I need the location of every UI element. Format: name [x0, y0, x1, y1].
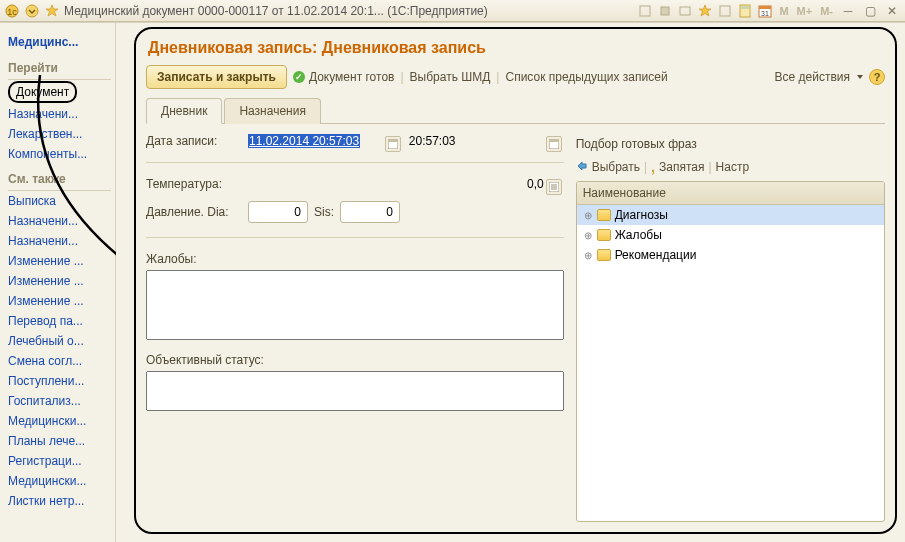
sidebar-section-goto: Перейти [8, 57, 111, 80]
sidebar-title: Медицинс... [8, 29, 111, 53]
phrases-toolbar: Выбрать | , Запятая | Настр [576, 157, 885, 181]
temp-label: Температура: [146, 177, 242, 191]
expand-icon[interactable]: ⊕ [583, 230, 593, 240]
date-label: Дата записи: [146, 134, 242, 148]
sidebar-item-drugs[interactable]: Лекарствен... [8, 124, 111, 144]
svg-rect-10 [759, 6, 771, 9]
phrases-comma-button[interactable]: , Запятая [651, 159, 704, 175]
svg-rect-13 [388, 139, 398, 142]
help-button[interactable]: ? [869, 69, 885, 85]
dia-input[interactable] [248, 201, 308, 223]
calc-icon[interactable] [546, 179, 562, 195]
sidebar-item[interactable]: Назначени... [8, 211, 111, 231]
tb-star2-icon[interactable] [697, 3, 713, 19]
sidebar-item[interactable]: Перевод па... [8, 311, 111, 331]
tree-label: Рекомендации [615, 248, 697, 262]
pressure-label: Давление. Dia: [146, 205, 242, 219]
phrases-settings-button[interactable]: Настр [716, 160, 750, 174]
sidebar-item[interactable]: Госпитализ... [8, 391, 111, 411]
folder-icon [597, 229, 611, 241]
page-title: Дневниковая запись: Дневниковая запись [146, 35, 885, 63]
folder-icon [597, 209, 611, 221]
tabs: Дневник Назначения [146, 97, 885, 124]
tab-prescriptions[interactable]: Назначения [224, 98, 321, 124]
sis-label: Sis: [314, 205, 334, 219]
tb-tool3-icon[interactable] [677, 3, 693, 19]
m-plus-label[interactable]: M+ [795, 5, 815, 17]
svg-text:31: 31 [762, 10, 770, 17]
tb-tool4-icon[interactable] [717, 3, 733, 19]
sidebar-item[interactable]: Поступлени... [8, 371, 111, 391]
svg-rect-5 [680, 7, 690, 15]
sidebar-item[interactable]: Изменение ... [8, 271, 111, 291]
tab-diary[interactable]: Дневник [146, 98, 222, 124]
sidebar-item[interactable]: Листки нетр... [8, 491, 111, 511]
svg-rect-8 [741, 6, 749, 9]
sidebar-item[interactable]: Изменение ... [8, 251, 111, 271]
temperature-input[interactable]: 0,0 [248, 177, 564, 191]
tree-item-recommendations[interactable]: ⊕ Рекомендации [577, 245, 884, 265]
expand-icon[interactable]: ⊕ [583, 210, 593, 220]
sidebar-item[interactable]: Медицински... [8, 411, 111, 431]
m-minus-label[interactable]: M- [818, 5, 835, 17]
caret-down-icon [857, 75, 863, 79]
choose-template-button[interactable]: Выбрать ШМД [410, 70, 491, 84]
sidebar-item[interactable]: Лечебный о... [8, 331, 111, 351]
phrases-select-button[interactable]: Выбрать [576, 160, 640, 175]
phrases-header: Подбор готовых фраз [576, 134, 885, 157]
maximize-button[interactable]: ▢ [861, 3, 879, 19]
select-icon [576, 160, 588, 175]
tb-tool2-icon[interactable] [657, 3, 673, 19]
sis-input[interactable] [340, 201, 400, 223]
time-picker-icon[interactable] [546, 136, 562, 152]
tree-label: Жалобы [615, 228, 662, 242]
phrases-panel-header: Наименование [577, 182, 884, 205]
tree-label: Диагнозы [615, 208, 668, 222]
history-button[interactable]: Список предыдущих записей [505, 70, 667, 84]
command-bar: Записать и закрыть ✓ Документ готов | Вы… [146, 63, 885, 95]
sidebar-item[interactable]: Медицински... [8, 471, 111, 491]
app-icon: 1c [4, 3, 20, 19]
svg-rect-4 [661, 7, 669, 15]
status-label: Объективный статус: [146, 353, 564, 367]
calendar-icon[interactable]: 31 [757, 3, 773, 19]
complaints-textarea[interactable] [146, 270, 564, 340]
tb-tool1-icon[interactable] [637, 3, 653, 19]
sidebar-item[interactable]: Регистраци... [8, 451, 111, 471]
svg-rect-3 [640, 6, 650, 16]
minimize-button[interactable]: ─ [839, 3, 857, 19]
m-label[interactable]: M [777, 5, 790, 17]
sidebar-item[interactable]: Изменение ... [8, 291, 111, 311]
svg-rect-6 [720, 6, 730, 16]
nav-down-icon[interactable] [24, 3, 40, 19]
main-area: Дневниковая запись: Дневниковая запись З… [116, 23, 905, 542]
sidebar-item[interactable]: Планы лече... [8, 431, 111, 451]
calendar-picker-icon[interactable] [385, 136, 401, 152]
status-textarea[interactable] [146, 371, 564, 411]
tree-item-complaints[interactable]: ⊕ Жалобы [577, 225, 884, 245]
window-title: Медицинский документ 0000-000117 от 11.0… [64, 4, 488, 18]
phrases-panel: Наименование ⊕ Диагнозы ⊕ Жалобы ⊕ [576, 181, 885, 522]
expand-icon[interactable]: ⊕ [583, 250, 593, 260]
sidebar-item[interactable]: Смена согл... [8, 351, 111, 371]
tree-item-diagnoses[interactable]: ⊕ Диагнозы [577, 205, 884, 225]
sidebar: Медицинс... Перейти Документ Назначени..… [0, 23, 116, 542]
sidebar-item-document[interactable]: Документ [8, 80, 111, 104]
titlebar: 1c Медицинский документ 0000-000117 от 1… [0, 0, 905, 22]
complaints-label: Жалобы: [146, 252, 564, 266]
save-close-button[interactable]: Записать и закрыть [146, 65, 287, 89]
calc-icon[interactable] [737, 3, 753, 19]
close-button[interactable]: ✕ [883, 3, 901, 19]
star-icon[interactable] [44, 3, 60, 19]
sidebar-item-prescr[interactable]: Назначени... [8, 104, 111, 124]
sidebar-item-components[interactable]: Компоненты... [8, 144, 111, 164]
svg-text:1c: 1c [7, 7, 17, 17]
sidebar-item[interactable]: Назначени... [8, 231, 111, 251]
date-input[interactable]: 11.02.2014 20:57:03 [248, 134, 403, 148]
doc-ready-button[interactable]: ✓ Документ готов [293, 70, 395, 84]
all-actions-button[interactable]: Все действия [775, 70, 863, 84]
folder-icon [597, 249, 611, 261]
check-icon: ✓ [293, 71, 305, 83]
sidebar-item[interactable]: Выписка [8, 191, 111, 211]
time-input[interactable]: 20:57:03 [409, 134, 564, 148]
